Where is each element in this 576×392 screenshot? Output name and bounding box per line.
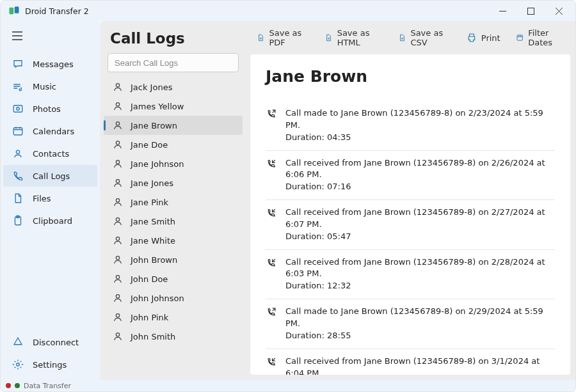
file-icon <box>12 192 24 204</box>
html-icon <box>324 33 333 43</box>
contact-item[interactable]: Jack Jones <box>104 77 243 97</box>
status-dot-red <box>6 383 11 388</box>
print-button[interactable]: Print <box>460 29 507 47</box>
svg-rect-11 <box>527 8 534 14</box>
contact-item[interactable]: Jane Doe <box>104 135 243 154</box>
sidebar-item-label: Settings <box>33 360 67 370</box>
person-icon <box>113 178 123 188</box>
contact-item[interactable]: James Yellow <box>104 97 243 116</box>
person-icon <box>113 139 123 150</box>
call-in-icon <box>266 159 276 169</box>
pdf-icon <box>257 33 264 43</box>
call-log-row: Call received from Jane Brown (123456789… <box>266 250 555 300</box>
contact-name-label: Jane Brown <box>131 121 177 130</box>
save-csv-button[interactable]: Save as CSV <box>392 24 458 51</box>
call-in-icon <box>266 357 276 368</box>
svg-rect-9 <box>10 8 14 15</box>
sidebar-item-music[interactable]: Music <box>3 75 97 97</box>
maximize-button[interactable] <box>516 1 545 21</box>
contact-item[interactable]: Jane Jones <box>104 173 243 192</box>
sidebar-item-label: Photos <box>33 104 61 114</box>
contact-name-label: John Johnson <box>131 294 184 303</box>
sidebar-item-label: Call Logs <box>33 171 70 181</box>
disconnect-icon <box>12 336 24 348</box>
contact-name-label: Jane Jones <box>131 178 173 188</box>
calendar-icon <box>12 125 24 137</box>
sidebar-item-messages[interactable]: Messages <box>3 53 97 75</box>
save-pdf-label: Save as PDF <box>269 28 309 47</box>
contact-name-label: Jane Johnson <box>131 159 184 169</box>
contact-item[interactable]: Jane Johnson <box>104 154 243 173</box>
call-in-icon <box>266 208 276 219</box>
person-icon <box>113 331 123 341</box>
sidebar-item-label: Messages <box>33 59 74 69</box>
call-log-row: Call made to Jane Brown (123456789-8) on… <box>266 101 555 151</box>
person-icon <box>113 82 123 92</box>
contact-name-label: Jane Pink <box>131 198 168 207</box>
sidebar-item-label: Contacts <box>33 149 69 159</box>
save-html-label: Save as HTML <box>337 28 383 47</box>
print-label: Print <box>481 33 500 43</box>
message-icon <box>12 58 24 70</box>
person-icon <box>113 235 123 246</box>
person-icon <box>113 255 123 265</box>
filter-dates-button[interactable]: Filter Dates <box>509 24 572 51</box>
toolbar: Save as PDF Save as HTML Save as CSV Pri… <box>246 21 575 54</box>
contact-name-label: James Yellow <box>131 102 184 111</box>
sidebar-item-files[interactable]: Files <box>3 187 97 209</box>
contact-icon <box>12 148 24 159</box>
person-icon <box>113 101 123 111</box>
save-html-button[interactable]: Save as HTML <box>318 24 389 51</box>
save-pdf-button[interactable]: Save as PDF <box>250 24 316 51</box>
call-log-text: Call received from Jane Brown (123456789… <box>285 157 555 194</box>
close-button[interactable] <box>545 1 573 21</box>
titlebar: Droid Transfer 2 <box>1 1 575 21</box>
sidebar-item-photos[interactable]: Photos <box>3 98 97 120</box>
filter-icon <box>516 33 524 43</box>
sidebar-item-clipboard[interactable]: Clipboard <box>3 210 97 231</box>
page-title: Call Logs <box>110 30 236 47</box>
save-csv-label: Save as CSV <box>410 28 451 47</box>
contact-name-label: John Doe <box>131 274 168 284</box>
calllog-icon <box>12 170 24 182</box>
sidebar-item-contacts[interactable]: Contacts <box>3 143 97 164</box>
statusbar: Data Transfer <box>1 380 575 391</box>
person-icon <box>113 159 123 169</box>
person-icon <box>113 216 123 226</box>
contact-item[interactable]: Jane Pink <box>104 192 243 212</box>
contact-item[interactable]: Jane Smith <box>104 212 243 231</box>
detail-panel: Jane Brown Call made to Jane Brown (1234… <box>250 54 570 375</box>
sidebar-item-disconnect[interactable]: Disconnect <box>3 331 97 353</box>
call-out-icon <box>266 109 276 120</box>
person-icon <box>113 120 123 130</box>
contact-item[interactable]: John Doe <box>104 269 243 288</box>
contact-item[interactable]: Jane White <box>104 231 243 250</box>
contact-item[interactable]: John Brown <box>104 250 243 269</box>
person-icon <box>113 312 123 322</box>
app-icon <box>8 5 20 17</box>
call-log-text: Call received from Jane Brown (123456789… <box>285 356 555 375</box>
minimize-button[interactable] <box>488 1 516 21</box>
sidebar-item-label: Files <box>33 194 51 203</box>
sidebar-item-label: Calendars <box>33 127 74 136</box>
contact-item[interactable]: John Johnson <box>104 288 243 308</box>
contact-item[interactable]: John Smith <box>104 327 243 346</box>
svg-rect-10 <box>15 6 19 13</box>
contact-name-label: Jack Jones <box>131 82 172 92</box>
call-log-row: Call received from Jane Brown (123456789… <box>266 151 555 201</box>
app-title: Droid Transfer 2 <box>25 6 488 16</box>
person-icon <box>113 197 123 207</box>
contact-name-label: John Smith <box>131 332 175 341</box>
sidebar: Messages Music Photos Calendars Contacts… <box>1 21 100 380</box>
call-log-row: Call received from Jane Brown (123456789… <box>266 200 555 250</box>
contact-item[interactable]: John Pink <box>104 308 243 327</box>
call-log-text: Call made to Jane Brown (123456789-8) on… <box>285 107 555 144</box>
hamburger-button[interactable] <box>1 25 100 49</box>
call-log-row: Call made to Jane Brown (123456789-8) on… <box>266 299 555 349</box>
search-input[interactable] <box>108 53 239 72</box>
contact-item[interactable]: Jane Brown <box>104 116 243 135</box>
sidebar-item-settings[interactable]: Settings <box>3 354 97 375</box>
sidebar-item-calendars[interactable]: Calendars <box>3 120 97 142</box>
sidebar-item-call-logs[interactable]: Call Logs <box>3 165 97 187</box>
call-in-icon <box>266 258 276 269</box>
